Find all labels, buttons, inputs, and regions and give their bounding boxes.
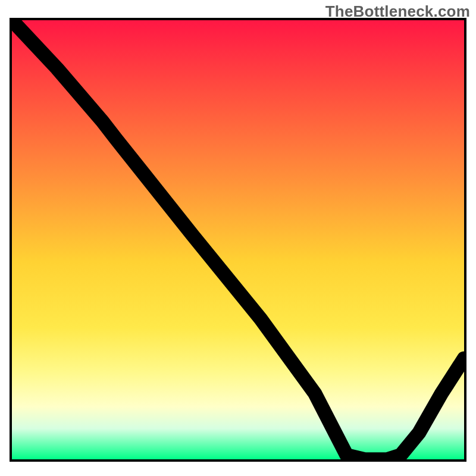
plot-svg	[12, 20, 464, 459]
chart-frame: TheBottleneck.com	[0, 0, 476, 476]
plot-area	[10, 18, 466, 462]
watermark-text: TheBottleneck.com	[325, 2, 470, 21]
